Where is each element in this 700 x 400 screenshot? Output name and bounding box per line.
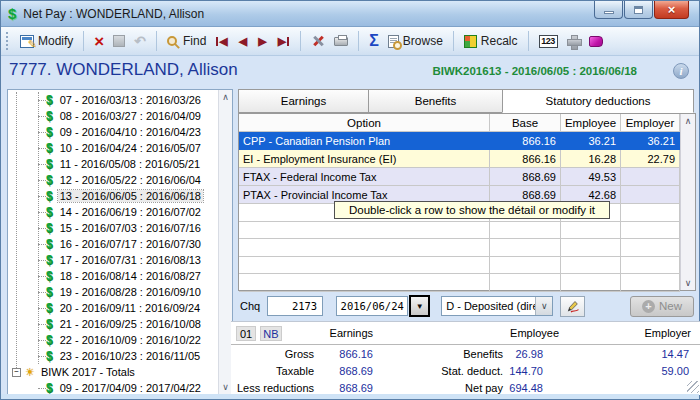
minimize-button[interactable] (594, 1, 623, 19)
calculator-123-icon: 123 (539, 35, 558, 48)
tree-item-period[interactable]: $23 - 2016/10/23 : 2016/11/05 (8, 348, 218, 364)
tree-item-period[interactable]: $11 - 2016/05/08 : 2016/05/21 (8, 156, 218, 172)
tree-item-period[interactable]: $09 - 2017/04/09 : 2017/04/22 (8, 380, 218, 394)
tree-item-period[interactable]: $14 - 2016/06/19 : 2016/07/02 (8, 204, 218, 220)
plus-circle-icon: + (642, 300, 655, 313)
table-row-ftax[interactable]: FTAX - Federal Income Tax 868.69 49.53 (239, 168, 695, 186)
province-badge: NB (260, 326, 282, 341)
tree-item-period[interactable]: $15 - 2016/07/03 : 2016/07/16 (8, 220, 218, 236)
tab-earnings[interactable]: Earnings (238, 89, 369, 113)
toolbar-separator (156, 31, 157, 51)
printer-icon (334, 37, 348, 46)
last-record-button[interactable]: ▶ (274, 33, 293, 50)
tree-item-period[interactable]: $17 - 2016/07/31 : 2016/08/13 (8, 252, 218, 268)
tree-node-biwk-2017-totals[interactable]: − ☀ BIWK 2017 - Totals (8, 364, 218, 380)
cheque-number-input[interactable]: 2173 (267, 296, 323, 316)
ledger-button[interactable] (586, 34, 606, 49)
chevron-down-icon: ∨ (541, 301, 548, 311)
first-record-button[interactable]: ◀ (212, 33, 231, 50)
browse-label: Browse (403, 34, 443, 48)
cheque-date-input[interactable]: 2016/06/24 (336, 296, 408, 316)
column-header-option[interactable]: Option (239, 114, 490, 132)
scroll-down-icon[interactable]: ∨ (685, 278, 692, 288)
dollar-icon: $ (46, 109, 53, 123)
column-header-base[interactable]: Base (490, 114, 561, 132)
recalc-grid-icon (464, 35, 477, 48)
previous-record-button[interactable]: ◀ (235, 33, 251, 50)
next-record-button[interactable]: ▶ (254, 33, 270, 50)
tab-statutory-deductions[interactable]: Statutory deductions (502, 89, 694, 113)
deposit-type-select[interactable]: D - Deposited (dire ∨ (441, 296, 553, 316)
find-label: Find (183, 34, 206, 48)
print-button[interactable] (331, 35, 351, 48)
summary-row-gross: Gross 866.16 Benefits 26.98 14.47 (231, 345, 700, 362)
maximize-button[interactable] (624, 1, 653, 19)
select-chevron-button[interactable]: ∨ (535, 297, 552, 315)
row-tooltip: Double-click a row to show the détail or… (334, 201, 610, 219)
tree-item-period[interactable]: $20 - 2016/09/11 : 2016/09/24 (8, 300, 218, 316)
first-record-icon: ◀ (219, 35, 227, 48)
employee-page-title: 7777. WONDERLAND, Allison (9, 60, 238, 80)
tree-item-period[interactable]: $22 - 2016/10/09 : 2016/10/22 (8, 332, 218, 348)
table-scrollbar[interactable]: ∧ ∨ (680, 114, 695, 290)
pay-period-label: BIWK201613 - 2016/06/05 : 2016/06/18 (432, 65, 637, 77)
collapse-icon[interactable]: − (12, 368, 21, 377)
table-row-cpp[interactable]: CPP - Canadian Pension Plan 866.16 36.21… (239, 132, 695, 150)
tree-item-period[interactable]: $09 - 2016/04/10 : 2016/04/23 (8, 124, 218, 140)
tree-item-period[interactable]: $12 - 2016/05/22 : 2016/06/04 (8, 172, 218, 188)
window-bottom-frame (1, 394, 699, 399)
summary-header-row: 01 NB Earnings Employee Employer (231, 322, 700, 345)
tree-item-period[interactable]: $19 - 2016/08/28 : 2016/09/10 (8, 284, 218, 300)
tools-button[interactable] (308, 32, 328, 50)
next-record-icon: ▶ (258, 35, 266, 48)
search-icon (167, 36, 177, 46)
scroll-up-icon[interactable]: ∧ (685, 116, 692, 126)
recalc-button[interactable]: Recalc (461, 32, 521, 50)
tree-item-period[interactable]: $16 - 2016/07/17 : 2016/07/30 (8, 236, 218, 252)
table-row-empty (239, 222, 695, 240)
browse-document-icon (388, 35, 399, 48)
new-button-label: New (659, 300, 682, 312)
cheque-strip: Chq 2173 2016/06/24 ▼ D - Deposited (dir… (238, 292, 696, 320)
sum-button[interactable]: Σ (366, 31, 382, 51)
tree-item-period[interactable]: $21 - 2016/09/25 : 2016/10/08 (8, 316, 218, 332)
calculator-button[interactable]: 123 (536, 33, 561, 50)
previous-record-icon: ◀ (239, 35, 247, 48)
tree-item-period-selected[interactable]: $13 - 2016/06/05 : 2016/06/18 (8, 188, 218, 204)
deposit-type-value: D - Deposited (dire (442, 300, 535, 312)
tab-benefits[interactable]: Benefits (368, 89, 503, 113)
dollar-icon: $ (46, 381, 53, 394)
plus-icon (567, 35, 580, 48)
toolbar-separator (300, 31, 301, 51)
table-row-ei[interactable]: EI - Employment Insurance (EI) 866.16 16… (239, 150, 695, 168)
resize-grip[interactable] (687, 381, 699, 393)
table-row-empty (239, 239, 695, 257)
column-header-employee[interactable]: Employee (561, 114, 621, 132)
maximize-icon (634, 6, 643, 14)
find-button[interactable]: Find (164, 32, 209, 50)
modify-button[interactable]: ✎ Modify (17, 32, 76, 50)
column-header-employer[interactable]: Employer (621, 114, 680, 132)
scroll-down-icon[interactable]: ∨ (222, 382, 229, 392)
browse-button[interactable]: Browse (385, 32, 446, 50)
sign-cheque-button[interactable] (560, 296, 585, 317)
table-row-empty (239, 257, 695, 275)
tree-item-period[interactable]: $07 - 2016/03/13 : 2016/03/26 (8, 92, 218, 108)
dollar-icon: $ (46, 157, 53, 171)
totals-sun-icon: ☀ (25, 366, 35, 379)
cheque-date-combo: 2016/06/24 ▼ (336, 295, 430, 317)
dollar-icon: $ (46, 237, 53, 251)
date-dropdown-button[interactable]: ▼ (409, 295, 430, 317)
tree-item-period[interactable]: $18 - 2016/08/14 : 2016/08/27 (8, 268, 218, 284)
info-icon[interactable]: i (673, 63, 689, 79)
summary-row-taxable: Taxable 868.69 Stat. deduct. 144.70 59.0… (231, 362, 700, 379)
scroll-up-icon[interactable]: ∧ (222, 92, 229, 102)
summary-header-earnings: Earnings (291, 327, 373, 339)
tree-scrollbar[interactable]: ∧ ∨ (218, 90, 232, 394)
tree-item-period[interactable]: $10 - 2016/04/24 : 2016/05/07 (8, 140, 218, 156)
close-button[interactable]: × (654, 1, 689, 19)
window-controls: × (593, 1, 689, 19)
toolbar-grip[interactable] (6, 32, 9, 50)
delete-button[interactable]: × (91, 31, 107, 52)
tree-item-period[interactable]: $08 - 2016/03/27 : 2016/04/09 (8, 108, 218, 124)
